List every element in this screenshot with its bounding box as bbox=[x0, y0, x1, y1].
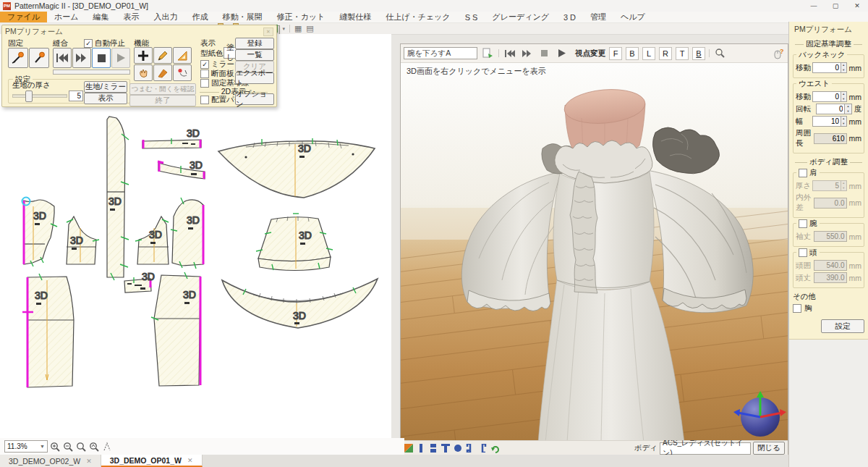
tab-3d-demo-op01[interactable]: 3D_DEMO_OP01_W✕ bbox=[101, 455, 203, 467]
head-checkbox[interactable] bbox=[799, 248, 807, 257]
list-button[interactable]: 一覧 bbox=[235, 49, 274, 61]
view-top-button[interactable]: T bbox=[676, 47, 689, 60]
arm-checkbox[interactable] bbox=[799, 219, 807, 228]
sew-play-button[interactable] bbox=[111, 48, 130, 68]
waist-rotate-input[interactable] bbox=[816, 104, 845, 114]
close-button[interactable]: ✕ bbox=[846, 1, 868, 12]
pattern-piece[interactable]: 3D bbox=[67, 216, 99, 264]
table-icon[interactable]: ▦ bbox=[294, 25, 302, 33]
zoom-tool-icon[interactable] bbox=[75, 441, 87, 453]
spinner-control[interactable]: ▲▼ bbox=[841, 116, 846, 127]
magnifier-icon[interactable] bbox=[713, 47, 727, 59]
anim-fast-forward-button[interactable] bbox=[520, 47, 534, 59]
menu-grading[interactable]: グレーディング bbox=[485, 12, 556, 22]
pattern-piece[interactable]: 3D bbox=[107, 117, 129, 280]
sew-stop-button[interactable] bbox=[92, 48, 111, 68]
slider-thumb[interactable] bbox=[25, 91, 33, 102]
tab-3d-demo-op02[interactable]: 3D_DEMO_OP02_W✕ bbox=[0, 455, 101, 467]
pinch-open-check-button[interactable]: つまむ・開くを確認 bbox=[129, 83, 196, 95]
spinner-control[interactable]: ▲▼ bbox=[841, 62, 846, 73]
viewer-tool-icon-3[interactable] bbox=[441, 443, 451, 453]
menu-file[interactable]: ファイル bbox=[0, 12, 47, 22]
sidebar-settings-button[interactable]: 設定 bbox=[821, 319, 864, 333]
form-icon[interactable]: ▤ bbox=[306, 25, 313, 33]
menu-3d[interactable]: 3 D bbox=[556, 12, 583, 22]
dropdown-arrow-icon[interactable]: ▾ bbox=[282, 25, 285, 33]
view-right-button[interactable]: R bbox=[659, 47, 672, 60]
end-button[interactable]: 終了 bbox=[129, 95, 196, 106]
viewer-tool-icon-2[interactable] bbox=[428, 443, 438, 453]
refresh-icon[interactable] bbox=[490, 443, 500, 453]
menu-ss[interactable]: S S bbox=[458, 12, 485, 22]
anim-to-start-button[interactable] bbox=[503, 47, 516, 59]
pattern-piece[interactable]: 3D bbox=[256, 214, 333, 271]
pattern-piece[interactable]: 3D bbox=[135, 216, 169, 264]
pattern-piece[interactable]: 3D bbox=[158, 159, 205, 179]
zoom-fit-icon[interactable] bbox=[88, 441, 100, 453]
zoom-level-select[interactable]: 11.3%▼ bbox=[4, 440, 48, 453]
menu-create[interactable]: 作成 bbox=[185, 12, 216, 22]
pin-sew-button[interactable] bbox=[8, 48, 28, 68]
anim-play-button[interactable] bbox=[555, 47, 569, 59]
export-button[interactable]: エクスポート bbox=[235, 72, 274, 84]
panel-close-icon[interactable]: ✕ bbox=[263, 28, 273, 36]
sew-fast-forward-button[interactable] bbox=[72, 48, 91, 68]
pattern-piece[interactable]: 3D bbox=[218, 138, 375, 198]
auto-stop-checkbox[interactable]: ✓ 自動停止 bbox=[84, 38, 125, 49]
backneck-move-input[interactable] bbox=[812, 62, 841, 73]
pattern-piece[interactable]: 3D bbox=[22, 198, 58, 267]
shoulder-checkbox[interactable] bbox=[799, 169, 807, 177]
waist-move-input[interactable] bbox=[812, 91, 841, 102]
menu-edit[interactable]: 編集 bbox=[86, 12, 116, 22]
spinner-control[interactable]: ▲▼ bbox=[841, 91, 846, 102]
move-tool-button[interactable] bbox=[134, 47, 153, 64]
viewer-tool-icon-1[interactable] bbox=[416, 443, 426, 453]
pose-preset-select[interactable]: 腕を下ろすA bbox=[404, 47, 477, 59]
options-button[interactable]: オプション bbox=[235, 93, 274, 105]
viewer-3d-scene[interactable]: 3D画面を右クリックでメニューを表示 bbox=[401, 63, 788, 440]
pattern-piece[interactable]: 3D bbox=[151, 272, 200, 386]
menu-view[interactable]: 表示 bbox=[116, 12, 147, 22]
fold-tool-button[interactable] bbox=[153, 64, 172, 81]
minimize-button[interactable]: — bbox=[803, 1, 825, 12]
menu-modify-cut[interactable]: 修正・カット bbox=[270, 12, 333, 22]
restore-button[interactable]: ▢ bbox=[825, 1, 846, 12]
menu-home[interactable]: ホーム bbox=[47, 12, 86, 22]
section-plane-checkbox[interactable]: 断面板 bbox=[200, 69, 234, 79]
set-square-tool-button[interactable] bbox=[173, 47, 192, 64]
menu-sewing-spec[interactable]: 縫製仕様 bbox=[332, 12, 378, 22]
pattern-piece[interactable]: 3D bbox=[124, 271, 155, 293]
pattern-piece[interactable]: 3D bbox=[142, 127, 201, 148]
viewer-tool-icon-4[interactable] bbox=[453, 443, 463, 453]
register-button[interactable]: 登録 bbox=[235, 38, 274, 49]
view-left-button[interactable]: L bbox=[642, 47, 655, 60]
view-bottom-button[interactable]: B bbox=[692, 47, 705, 60]
viewer-tool-icon-5[interactable] bbox=[465, 443, 475, 453]
display-button[interactable]: 表示 bbox=[84, 93, 127, 104]
tab-close-icon[interactable]: ✕ bbox=[187, 457, 193, 464]
body-name-field[interactable]: ACS_レディス(セットイン) bbox=[660, 442, 751, 455]
view-front-button[interactable]: F bbox=[609, 47, 622, 60]
fabric-mirror-button[interactable]: 生地/ミラー bbox=[84, 81, 127, 93]
anim-stop-button[interactable] bbox=[537, 47, 551, 59]
viewer-tool-icon-6[interactable] bbox=[477, 443, 488, 453]
zoom-region-icon[interactable] bbox=[101, 441, 113, 453]
view-back-button[interactable]: B bbox=[626, 47, 639, 60]
mirror-checkbox[interactable]: ✓ ミラー bbox=[200, 59, 234, 70]
pin-single-button[interactable] bbox=[29, 48, 49, 68]
chest-checkbox[interactable] bbox=[793, 304, 801, 313]
pattern-piece[interactable]: 3D bbox=[22, 274, 74, 387]
zoom-out-icon[interactable] bbox=[62, 441, 74, 453]
spinner-control[interactable]: ▲▼ bbox=[845, 104, 851, 114]
apply-pose-icon[interactable] bbox=[481, 47, 495, 59]
fabric-thickness-slider[interactable] bbox=[12, 94, 67, 98]
close-3d-button[interactable]: 閉じる bbox=[753, 442, 785, 455]
menu-finish-check[interactable]: 仕上げ・チェック bbox=[378, 12, 457, 22]
pin-curve-tool-button[interactable] bbox=[173, 64, 192, 81]
menu-help[interactable]: ヘルプ bbox=[613, 12, 652, 22]
menu-manage[interactable]: 管理 bbox=[583, 12, 613, 22]
pattern-piece[interactable]: 3D bbox=[171, 198, 203, 269]
menu-io[interactable]: 入出力 bbox=[147, 12, 185, 22]
menu-move-expand[interactable]: 移動・展開 bbox=[216, 12, 270, 22]
texture-toggle-icon[interactable] bbox=[404, 443, 414, 453]
